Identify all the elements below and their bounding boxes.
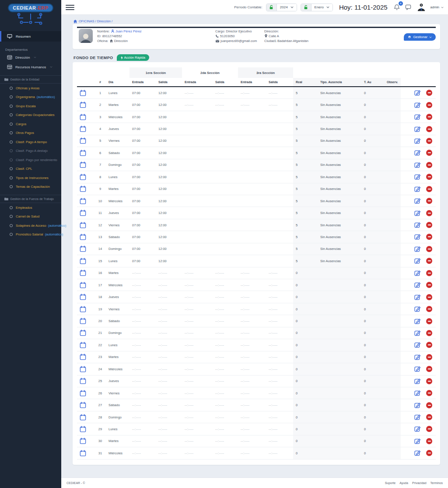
- calendar-icon[interactable]: [80, 137, 86, 144]
- edit-row-button[interactable]: [414, 282, 421, 288]
- delete-row-button[interactable]: [426, 306, 432, 312]
- edit-row-button[interactable]: [414, 162, 421, 168]
- edit-row-button[interactable]: [414, 318, 421, 324]
- edit-row-button[interactable]: [414, 426, 421, 432]
- calendar-icon[interactable]: [80, 426, 86, 432]
- edit-row-button[interactable]: [414, 174, 421, 180]
- calendar-icon[interactable]: [80, 342, 86, 348]
- sidebar-item[interactable]: Temas de Capacitación: [0, 183, 61, 192]
- edit-row-button[interactable]: [414, 186, 421, 192]
- edit-row-button[interactable]: [414, 414, 421, 420]
- calendar-icon[interactable]: [80, 414, 86, 421]
- edit-row-button[interactable]: [414, 222, 421, 228]
- year-lock-icon[interactable]: [266, 4, 277, 11]
- calendar-icon[interactable]: [80, 258, 86, 264]
- calendar-icon[interactable]: [80, 222, 86, 228]
- edit-row-button[interactable]: [414, 270, 421, 276]
- edit-row-button[interactable]: [414, 258, 421, 264]
- delete-row-button[interactable]: [426, 246, 432, 252]
- delete-row-button[interactable]: [426, 222, 432, 228]
- edit-row-button[interactable]: [414, 378, 421, 384]
- calendar-icon[interactable]: [80, 390, 86, 397]
- delete-row-button[interactable]: [426, 138, 432, 144]
- calendar-icon[interactable]: [80, 234, 86, 240]
- calendar-icon[interactable]: [80, 161, 86, 168]
- sidebar-item-resumen[interactable]: Resumen: [0, 31, 61, 42]
- delete-row-button[interactable]: [426, 258, 432, 264]
- calendar-icon[interactable]: [80, 102, 86, 108]
- gestionar-button[interactable]: Gestionar: [404, 33, 436, 41]
- employee-email[interactable]: juanperez89@gmail.com: [220, 39, 257, 43]
- calendar-icon[interactable]: [80, 198, 86, 204]
- breadcrumb[interactable]: OFICINAS / Dirección /: [74, 19, 112, 23]
- calendar-icon[interactable]: [80, 186, 86, 192]
- calendar-icon[interactable]: [80, 438, 86, 444]
- edit-row-button[interactable]: [414, 306, 421, 312]
- edit-row-button[interactable]: [414, 90, 421, 96]
- sidebar-item[interactable]: Carnet de Salud: [0, 212, 61, 221]
- calendar-icon[interactable]: [80, 450, 86, 456]
- month-select[interactable]: Enero: [312, 4, 332, 11]
- notifications-button[interactable]: 4: [393, 3, 401, 11]
- edit-row-button[interactable]: [414, 138, 421, 144]
- sidebar-item[interactable]: Solapines de Acceso (automático): [0, 221, 61, 230]
- edit-row-button[interactable]: [414, 330, 421, 336]
- employee-name[interactable]: Juan Pérez Pérez: [116, 29, 142, 33]
- year-select[interactable]: 2024: [277, 4, 297, 11]
- calendar-icon[interactable]: [80, 246, 86, 252]
- delete-row-button[interactable]: [426, 414, 432, 420]
- sidebar-item[interactable]: Otros Pagos: [0, 129, 61, 138]
- delete-row-button[interactable]: [426, 90, 432, 96]
- delete-row-button[interactable]: [426, 450, 432, 456]
- edit-row-button[interactable]: [414, 114, 421, 120]
- calendar-icon[interactable]: [80, 270, 86, 276]
- delete-row-button[interactable]: [426, 150, 432, 156]
- sidebar-item[interactable]: Tipos de Instrucciones: [0, 173, 61, 183]
- delete-row-button[interactable]: [426, 402, 432, 408]
- sidebar-item[interactable]: Clasif. Pago A tiempo: [0, 137, 61, 147]
- delete-row-button[interactable]: [426, 438, 432, 444]
- sidebar-item-department[interactable]: Recursos Humanos: [0, 62, 61, 72]
- edit-row-button[interactable]: [414, 246, 421, 252]
- sidebar-item[interactable]: Clasif. CPL: [0, 165, 61, 174]
- sidebar-item[interactable]: Categorías Ocupacionales: [0, 111, 61, 120]
- edit-row-button[interactable]: [414, 450, 421, 456]
- calendar-icon[interactable]: [80, 366, 86, 372]
- edit-row-button[interactable]: [414, 390, 421, 396]
- edit-row-button[interactable]: [414, 294, 421, 300]
- calendar-icon[interactable]: [80, 126, 86, 132]
- calendar-icon[interactable]: [80, 90, 86, 96]
- calendar-icon[interactable]: [80, 330, 86, 336]
- delete-row-button[interactable]: [426, 390, 432, 396]
- delete-row-button[interactable]: [426, 102, 432, 108]
- delete-row-button[interactable]: [426, 174, 432, 180]
- delete-row-button[interactable]: [426, 234, 432, 240]
- sidebar-item[interactable]: Clasif. Pago A destajo: [0, 147, 61, 156]
- delete-row-button[interactable]: [426, 126, 432, 132]
- edit-row-button[interactable]: [414, 234, 421, 240]
- sidebar-item-department[interactable]: Dirección: [0, 53, 61, 62]
- calendar-icon[interactable]: [80, 294, 86, 300]
- edit-row-button[interactable]: [414, 150, 421, 156]
- sidebar-item[interactable]: Oficinas y Areas: [0, 84, 61, 93]
- edit-row-button[interactable]: [414, 438, 421, 444]
- admin-menu[interactable]: admin: [430, 5, 444, 9]
- calendar-icon[interactable]: [80, 150, 86, 156]
- edit-row-button[interactable]: [414, 354, 421, 360]
- delete-row-button[interactable]: [426, 282, 432, 288]
- delete-row-button[interactable]: [426, 426, 432, 432]
- delete-row-button[interactable]: [426, 270, 432, 276]
- edit-row-button[interactable]: [414, 126, 421, 132]
- calendar-icon[interactable]: [80, 354, 86, 360]
- delete-row-button[interactable]: [426, 342, 432, 348]
- edit-row-button[interactable]: [414, 102, 421, 108]
- sidebar-item[interactable]: Pronóstico Salarial (automático): [0, 230, 61, 239]
- calendar-icon[interactable]: [80, 282, 86, 288]
- delete-row-button[interactable]: [426, 210, 432, 216]
- delete-row-button[interactable]: [426, 294, 432, 300]
- delete-row-button[interactable]: [426, 198, 432, 204]
- footer-link[interactable]: Terminos: [430, 481, 443, 484]
- calendar-icon[interactable]: [80, 174, 86, 180]
- app-logo[interactable]: CEDIEAR-ERP: [0, 0, 61, 28]
- delete-row-button[interactable]: [426, 186, 432, 192]
